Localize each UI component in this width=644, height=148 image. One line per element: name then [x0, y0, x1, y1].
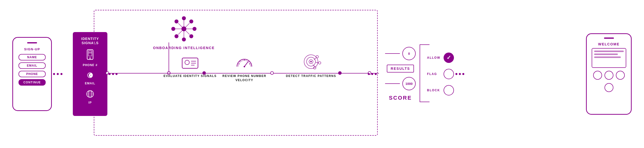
svg-line-39 — [244, 62, 248, 66]
phone-right-circles — [593, 71, 625, 80]
score-line-top — [385, 53, 400, 54]
v-line-results-bottom — [420, 73, 420, 102]
dot — [108, 73, 110, 75]
svg-point-40 — [244, 66, 245, 67]
svg-point-17 — [174, 20, 178, 24]
block-label: BLOCK — [427, 88, 440, 92]
svg-line-25 — [178, 23, 182, 27]
svg-point-30 — [185, 60, 189, 65]
onboarding-title: ONBOARDING INTELLIGENCE — [153, 46, 215, 50]
score-row-bottom: 1000 — [385, 77, 416, 90]
dot — [456, 73, 458, 75]
svg-point-20 — [189, 34, 193, 38]
svg-point-2 — [90, 58, 91, 59]
score-circle-0: 0 — [402, 47, 416, 60]
phone-icon — [85, 49, 95, 62]
score-circle-1000: 1000 — [402, 77, 416, 90]
svg-point-16 — [192, 27, 196, 31]
radar-icon — [300, 52, 322, 72]
phone-left-continue-button[interactable]: CONTINUE — [18, 79, 46, 86]
globe-icon — [85, 89, 95, 100]
phone-line — [594, 50, 624, 52]
svg-text:@: @ — [89, 73, 93, 77]
phone-left-label: SIGN-UP — [24, 47, 40, 51]
svg-rect-1 — [88, 50, 92, 56]
score-section: 0 RESULTS 1000 SCORE — [385, 47, 416, 101]
dot — [112, 73, 114, 75]
network-graph — [168, 13, 200, 45]
step-evaluate-label: EVALUATE IDENTITY SIGNALS — [164, 74, 217, 78]
svg-rect-0 — [87, 50, 93, 60]
svg-line-28 — [186, 30, 190, 34]
phone-left-phone-field: PHONE — [18, 71, 46, 77]
dots-inner-left — [108, 73, 118, 75]
dot — [462, 73, 464, 75]
action-flag-row: FLAG — [427, 69, 454, 79]
step-velocity-label: REVIEW PHONE NUMBER VELOCITY — [217, 74, 272, 82]
flag-label: FLAG — [427, 72, 440, 76]
phone-right: WELCOME — [586, 33, 632, 115]
dot — [116, 73, 118, 75]
phone-left-email-field: EMAIL — [18, 62, 46, 69]
allow-circle: ✓ — [444, 52, 454, 63]
phone-home-button — [604, 83, 614, 92]
dots-connector-right — [456, 73, 464, 75]
svg-line-37 — [240, 61, 240, 62]
step-traffic: DETECT TRAFFIC PATTERNS — [284, 52, 338, 78]
v-line-results-top — [420, 44, 420, 73]
phone-left: SIGN-UP NAME EMAIL PHONE CONTINUE — [12, 37, 52, 111]
dots-inner-right — [368, 73, 377, 75]
svg-point-14 — [182, 38, 186, 42]
score-label: SCORE — [389, 95, 412, 101]
phone-right-title: WELCOME — [598, 42, 620, 46]
action-block-row: BLOCK — [427, 85, 454, 96]
action-allow-row: ALLOW ✓ — [427, 52, 454, 63]
phone-left-name-field: NAME — [18, 54, 46, 60]
svg-point-13 — [182, 16, 186, 20]
dot — [53, 73, 55, 75]
phone-right-speaker — [604, 38, 614, 39]
onboarding-section: ONBOARDING INTELLIGENCE — [153, 13, 215, 50]
identity-ip-item: IP — [85, 89, 95, 104]
phone-circle-btn-2 — [604, 71, 614, 80]
step-evaluate: EVALUATE IDENTITY SIGNALS — [163, 54, 217, 78]
allow-label: ALLOW — [427, 56, 440, 60]
dot — [459, 73, 461, 75]
phone-circle-btn-3 — [616, 71, 625, 80]
dot — [60, 73, 62, 75]
ip-label: IP — [88, 101, 92, 104]
h-line-results-top — [420, 44, 430, 45]
svg-point-15 — [171, 27, 175, 31]
dot — [368, 73, 370, 75]
svg-point-19 — [174, 34, 178, 38]
phone-left-speaker — [27, 42, 37, 44]
svg-point-42 — [318, 62, 321, 64]
step-traffic-label: DETECT TRAFFIC PATTERNS — [286, 74, 336, 78]
svg-line-38 — [248, 61, 249, 62]
phone-right-lines — [592, 48, 626, 60]
line-node-4 — [338, 71, 342, 75]
block-circle — [444, 85, 454, 96]
flag-circle — [444, 69, 454, 79]
speedometer-icon — [234, 54, 254, 72]
svg-line-27 — [178, 30, 182, 34]
check-icon: ✓ — [446, 54, 451, 61]
results-badge: RESULTS — [387, 65, 414, 72]
step-velocity: REVIEW PHONE NUMBER VELOCITY — [217, 54, 272, 82]
main-container: SIGN-UP NAME EMAIL PHONE CONTINUE IDENTI… — [0, 0, 644, 148]
phone-right-content — [592, 48, 626, 68]
score-row-top: 0 — [385, 47, 416, 60]
phone-circle-btn-1 — [593, 71, 602, 80]
dot — [375, 73, 377, 75]
dot — [371, 73, 373, 75]
svg-point-18 — [189, 20, 193, 24]
email-icon: @ — [85, 71, 95, 81]
id-card-icon — [180, 54, 200, 72]
dots-connector-left — [53, 73, 62, 75]
score-line-bottom — [385, 83, 400, 84]
dot — [57, 73, 59, 75]
phone-line — [594, 56, 621, 58]
h-line-results-bottom — [420, 102, 430, 102]
svg-point-47 — [310, 61, 312, 62]
svg-line-26 — [186, 23, 190, 27]
